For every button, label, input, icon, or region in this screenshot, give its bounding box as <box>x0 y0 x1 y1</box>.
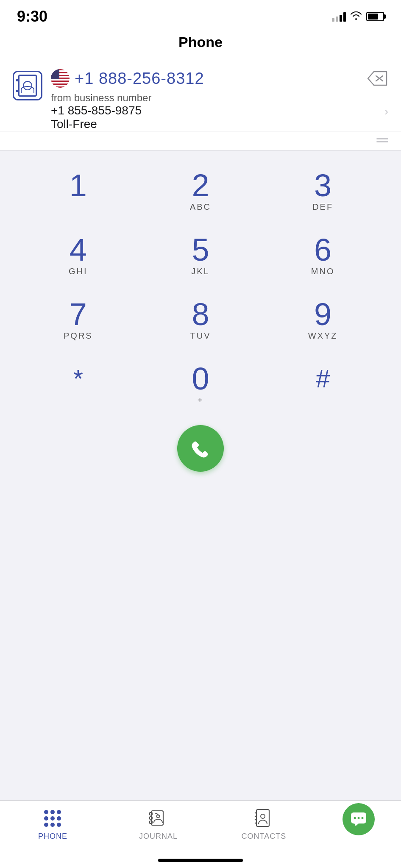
dialpad-icon <box>44 810 61 827</box>
dialpad-key-#[interactable]: # <box>262 352 384 417</box>
dialpad-key-2[interactable]: 2ABC <box>139 159 262 223</box>
key-letters: WXYZ <box>308 331 338 341</box>
key-letters: MNO <box>311 267 335 277</box>
dialpad-key-9[interactable]: 9WXYZ <box>262 288 384 352</box>
status-time: 9:30 <box>17 8 47 25</box>
dialpad-key-8[interactable]: 8TUV <box>139 288 262 352</box>
tab-label-journal: JOURNAL <box>139 832 178 841</box>
journal-icon <box>149 809 167 828</box>
tab-item-chat[interactable] <box>317 807 401 835</box>
phone-number-display: +1 888-256-8312 <box>75 70 204 88</box>
key-digit: * <box>73 366 83 392</box>
phone-tab-icon <box>42 807 64 829</box>
key-digit: 9 <box>314 299 331 330</box>
from-business-label: from business number <box>51 92 151 103</box>
journal-tab-icon <box>147 807 169 829</box>
business-number: +1 855-855-9875 <box>51 104 384 117</box>
key-letters: TUV <box>190 331 211 341</box>
business-info: from business number +1 855-855-9875 Tol… <box>51 92 384 131</box>
dialpad-key-7[interactable]: 7PQRS <box>17 288 139 352</box>
contacts-icon <box>254 809 273 828</box>
key-digit: # <box>316 366 330 392</box>
dialpad-key-4[interactable]: 4GHI <box>17 223 139 288</box>
tab-item-contacts[interactable]: CONTACTS <box>211 807 317 841</box>
key-letters: JKL <box>191 267 209 277</box>
key-letters: DEF <box>312 202 333 212</box>
key-letters: PQRS <box>64 331 93 341</box>
drag-handle[interactable] <box>376 138 388 142</box>
key-digit: 8 <box>192 299 209 330</box>
call-button-row <box>0 425 401 472</box>
tab-item-journal[interactable]: JOURNAL <box>106 807 211 841</box>
dialpad-key-6[interactable]: 6MNO <box>262 223 384 288</box>
dialpad-key-*[interactable]: * <box>17 352 139 417</box>
status-icons <box>332 11 384 22</box>
chat-fab-button[interactable] <box>343 803 375 835</box>
key-digit: 2 <box>192 170 209 201</box>
svg-point-14 <box>354 817 356 819</box>
phone-number-row: +1 888-256-8312 <box>51 69 388 88</box>
drag-handle-row <box>0 131 401 150</box>
input-middle: +1 888-256-8312 from business number +1 … <box>51 69 388 131</box>
key-digit: 7 <box>70 299 87 330</box>
key-letters: GHI <box>69 267 88 277</box>
key-letters: ABC <box>190 202 211 212</box>
signal-icon <box>332 11 346 22</box>
key-digit: 4 <box>70 234 87 266</box>
toll-free-label: Toll-Free <box>51 117 384 131</box>
contact-book-icon[interactable] <box>13 71 42 100</box>
contact-person-icon <box>23 81 32 90</box>
key-digit: 6 <box>314 234 331 266</box>
chat-icon <box>350 812 367 827</box>
battery-icon <box>366 12 384 21</box>
dialpad-section: 12ABC3DEF4GHI5JKL6MNO7PQRS8TUV9WXYZ*0+# <box>0 150 401 421</box>
key-letters: + <box>198 395 204 406</box>
svg-point-12 <box>261 814 265 818</box>
backspace-button[interactable] <box>365 70 388 87</box>
chevron-right-icon[interactable]: › <box>384 105 388 118</box>
contact-book-inner <box>18 75 37 97</box>
home-indicator <box>158 859 243 862</box>
business-number-row: from business number +1 855-855-9875 Tol… <box>51 92 388 131</box>
status-bar: 9:30 <box>0 0 401 30</box>
key-digit: 1 <box>70 170 87 201</box>
dialpad-grid: 12ABC3DEF4GHI5JKL6MNO7PQRS8TUV9WXYZ*0+# <box>0 159 401 417</box>
key-digit: 5 <box>192 234 209 266</box>
dialpad-key-5[interactable]: 5JKL <box>139 223 262 288</box>
page-title: Phone <box>0 30 401 61</box>
tab-item-phone[interactable]: PHONE <box>0 807 106 841</box>
call-button[interactable] <box>177 425 224 472</box>
wifi-icon <box>350 11 362 22</box>
dialpad-key-0[interactable]: 0+ <box>139 352 262 417</box>
input-section: +1 888-256-8312 from business number +1 … <box>0 61 401 131</box>
contacts-tab-icon <box>253 807 275 829</box>
phone-icon <box>189 437 212 460</box>
svg-point-15 <box>358 817 360 819</box>
country-flag[interactable] <box>51 69 70 88</box>
tab-label-phone: PHONE <box>38 832 67 841</box>
dialpad-key-1[interactable]: 1 <box>17 159 139 223</box>
svg-point-16 <box>362 817 364 819</box>
dialpad-key-3[interactable]: 3DEF <box>262 159 384 223</box>
tab-label-contacts: CONTACTS <box>242 832 287 841</box>
tab-bar: PHONE JOURNAL <box>0 800 401 868</box>
key-digit: 0 <box>192 363 209 395</box>
key-digit: 3 <box>314 170 331 201</box>
